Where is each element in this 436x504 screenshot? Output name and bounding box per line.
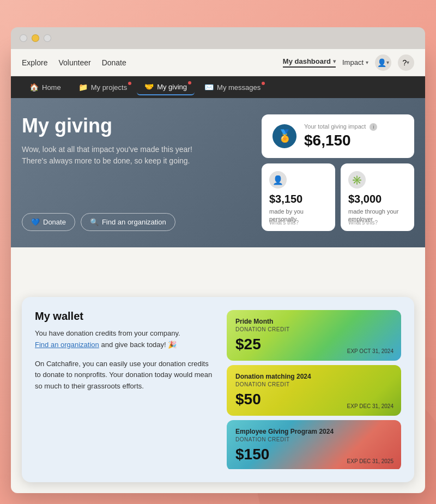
help-btn[interactable]: ? ▾ (398, 54, 414, 71)
projects-icon: 📁 (78, 83, 88, 92)
donate-btn-icon: 💙 (31, 218, 40, 226)
browser-maximize-btn[interactable] (44, 34, 51, 42)
profile-btn[interactable]: 👤 ▾ (375, 54, 391, 71)
employer-giving-card: ✳️ $3,000 made through youremployer What… (341, 163, 414, 231)
employer-amount: $3,000 (348, 193, 407, 205)
nav-my-dashboard[interactable]: My dashboard ▾ (283, 57, 336, 68)
wallet-left: My wallet You have donation credits from… (35, 310, 214, 469)
nav-impact[interactable]: Impact ▾ (342, 58, 368, 66)
matching-card-title: Donation matching 2024 (235, 373, 392, 380)
wallet-desc2: On Catchafire, you can easily use your d… (35, 359, 214, 392)
credit-card-matching[interactable]: Donation matching 2024 DONATION CREDIT $… (227, 365, 401, 416)
matching-card-subtitle: DONATION CREDIT (235, 381, 392, 387)
giving-icon: 🤝 (144, 82, 154, 91)
personal-amount: $3,150 (269, 193, 328, 205)
impact-label: Impact (342, 58, 364, 66)
find-org-link[interactable]: Find an organization (35, 341, 99, 349)
pride-card-subtitle: DONATION CREDIT (235, 326, 392, 332)
my-dashboard-label: My dashboard (283, 57, 331, 65)
total-giving-label: Your total giving impact i (304, 123, 377, 131)
employer-whats-this[interactable]: What's this? (348, 220, 378, 226)
employee-card-title: Employee Giving Program 2024 (235, 428, 392, 435)
pride-card-exp: EXP OCT 31, 2024 (347, 348, 393, 354)
credit-card-pride[interactable]: Pride Month DONATION CREDIT $25 EXP OCT … (227, 310, 401, 361)
help-chevron: ▾ (407, 59, 409, 65)
navbar: Explore Volunteer Donate My dashboard ▾ … (11, 49, 425, 76)
nav-donate[interactable]: Donate (102, 58, 126, 67)
matching-card-exp: EXP DEC 31, 2024 (347, 403, 393, 409)
profile-chevron: ▾ (386, 59, 389, 65)
impact-chevron: ▾ (366, 59, 368, 65)
browser-chrome (11, 27, 425, 49)
wallet-desc1-after: and give back today! 🎉 (101, 341, 177, 349)
hero-right: 🏅 Your total giving impact i $6,150 👤 $3… (262, 114, 414, 231)
find-org-label: Find an organization (102, 218, 166, 226)
tab-home[interactable]: 🏠 Home (22, 80, 69, 95)
messages-icon: ✉️ (204, 83, 214, 92)
total-giving-card: 🏅 Your total giving impact i $6,150 (262, 114, 414, 158)
mini-cards: 👤 $3,150 made by youpersonally What's th… (262, 163, 414, 231)
hero-title: My giving (22, 114, 251, 137)
wallet-cards: Pride Month DONATION CREDIT $25 EXP OCT … (227, 310, 401, 469)
hero-subtitle: Wow, look at all that impact you've made… (22, 144, 251, 167)
tab-giving-label: My giving (157, 83, 187, 91)
total-info: Your total giving impact i $6,150 (304, 123, 377, 149)
donate-button[interactable]: 💙 Donate (22, 213, 75, 231)
tab-projects-label: My projects (91, 83, 127, 92)
browser-minimize-btn[interactable] (32, 34, 39, 42)
projects-notification-dot (128, 82, 131, 85)
nav-volunteer[interactable]: Volunteer (58, 58, 90, 67)
tab-messages-label: My messages (217, 83, 261, 92)
personal-whats-this[interactable]: What's this? (269, 220, 299, 226)
find-org-button[interactable]: 🔍 Find an organization (81, 213, 175, 231)
donate-btn-label: Donate (43, 218, 66, 226)
employer-icon: ✳️ (348, 171, 366, 189)
hero-buttons: 💙 Donate 🔍 Find an organization (22, 213, 251, 231)
total-giving-amount: $6,150 (304, 132, 377, 149)
employee-card-exp: EXP DEC 31, 2025 (347, 458, 393, 464)
navbar-left: Explore Volunteer Donate (22, 58, 126, 67)
nav-explore[interactable]: Explore (22, 58, 47, 67)
personal-giving-card: 👤 $3,150 made by youpersonally What's th… (262, 163, 335, 231)
messages-notification-dot (262, 82, 265, 85)
navbar-right: My dashboard ▾ Impact ▾ 👤 ▾ ? ▾ (283, 54, 414, 71)
tab-home-label: Home (42, 83, 61, 92)
wallet-desc1: You have donation credits from your comp… (35, 328, 214, 351)
tab-bar: 🏠 Home 📁 My projects 🤝 My giving ✉️ My m… (11, 76, 425, 98)
hero-left: My giving Wow, look at all that impact y… (22, 114, 251, 231)
find-org-icon: 🔍 (90, 218, 99, 226)
browser-window: Explore Volunteer Donate My dashboard ▾ … (11, 49, 425, 493)
total-badge-icon: 🏅 (272, 124, 296, 148)
hero-section: My giving Wow, look at all that impact y… (11, 98, 425, 247)
wallet-section: My wallet You have donation credits from… (22, 297, 414, 482)
total-info-icon[interactable]: i (370, 123, 377, 131)
personal-icon: 👤 (269, 171, 287, 189)
credit-card-employee[interactable]: Employee Giving Program 2024 DONATION CR… (227, 420, 401, 469)
tab-my-messages[interactable]: ✉️ My messages (197, 80, 268, 95)
tab-my-giving[interactable]: 🤝 My giving (137, 79, 195, 95)
pride-card-title: Pride Month (235, 318, 392, 325)
tab-my-projects[interactable]: 📁 My projects (71, 80, 135, 95)
giving-notification-dot (188, 81, 191, 84)
browser-close-btn[interactable] (20, 34, 27, 42)
employee-card-subtitle: DONATION CREDIT (235, 436, 392, 442)
my-dashboard-chevron: ▾ (333, 58, 336, 64)
wallet-title: My wallet (35, 310, 214, 323)
home-icon: 🏠 (29, 83, 39, 92)
